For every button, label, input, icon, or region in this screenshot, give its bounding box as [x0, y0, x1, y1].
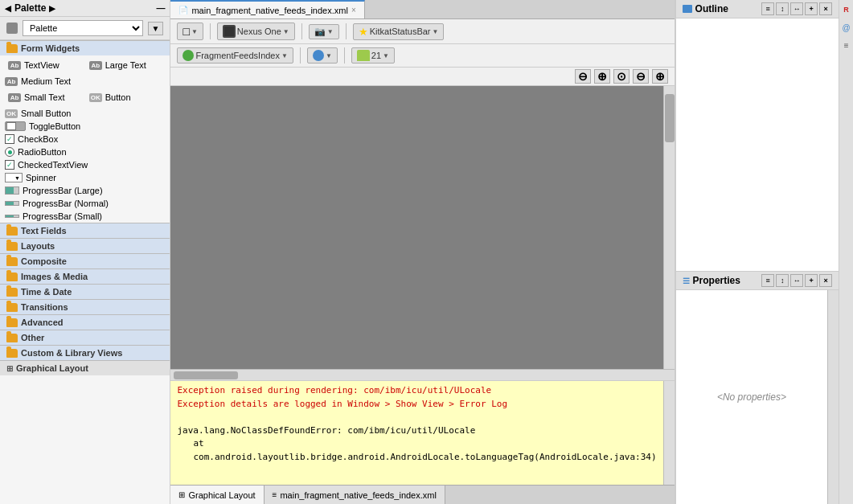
bottom-tab-graphical-layout[interactable]: ⊞ Graphical Layout [170, 486, 264, 504]
outline-ctrl-sort[interactable]: ↕ [776, 2, 789, 15]
props-ctrl-expand[interactable]: ↔ [790, 274, 803, 287]
widget-toggle-button[interactable]: ToggleButton [0, 120, 170, 133]
palette-menu-btn[interactable]: ▼ [148, 22, 164, 35]
widget-progress-bar-large[interactable]: ProgressBar (Large) [0, 184, 170, 197]
canvas-area[interactable] [170, 86, 662, 369]
section-label-time-date: Time & Date [21, 287, 72, 297]
folder-icon-advanced [6, 318, 18, 327]
widget-progress-bar-small[interactable]: ProgressBar (Small) [0, 210, 170, 223]
outline-ctrl-menu[interactable]: ≡ [761, 2, 774, 15]
widget-label-toggle-button: ToggleButton [29, 121, 80, 131]
fragment-label: FragmentFeedsIndex [195, 51, 280, 60]
outline-ctrl-close[interactable]: × [819, 2, 832, 15]
widget-medium-text[interactable]: Ab Medium Text [0, 75, 170, 88]
section-time-date[interactable]: Time & Date [0, 284, 170, 299]
editor-area: 📄 main_fragment_native_feeds_index.xml ×… [170, 0, 675, 504]
widget-checked-text-view[interactable]: ✓ CheckedTextView [0, 158, 170, 171]
new-layout-btn[interactable]: □ ▼ [177, 23, 203, 40]
error-content: Exception raised during rendering: com/i… [170, 381, 662, 485]
screenshot-dropdown-arrow[interactable]: ▼ [327, 28, 334, 35]
section-label-graphical-layout: Graphical Layout [16, 363, 88, 373]
new-layout-dropdown-arrow[interactable]: ▼ [191, 28, 198, 35]
props-ctrl-close[interactable]: × [819, 274, 832, 287]
widget-radio-button[interactable]: RadioButton [0, 145, 170, 158]
widget-textview[interactable]: Ab TextView [5, 59, 84, 72]
status-bar-btn[interactable]: ★ KitkatStatusBar ▼ [353, 23, 445, 40]
palette-close-icon[interactable]: — [156, 3, 165, 13]
section-other[interactable]: Other [0, 330, 170, 345]
zoom-in-slight-btn[interactable]: ⊕ [594, 69, 610, 84]
widget-label-progress-small: ProgressBar (Small) [23, 211, 102, 221]
folder-icon-other [6, 334, 18, 342]
editor-tab-main[interactable]: 📄 main_fragment_native_feeds_index.xml × [170, 0, 364, 18]
folder-icon-layouts [6, 242, 18, 251]
error-console: Exception raised during rendering: com/i… [170, 380, 674, 485]
outline-ctrl-add[interactable]: + [805, 2, 818, 15]
editor-tab-close[interactable]: × [351, 6, 356, 14]
properties-scroll[interactable] [827, 290, 839, 504]
canvas-scroll-horizontal[interactable] [170, 369, 674, 380]
api-dropdown-arrow[interactable]: ▼ [383, 52, 389, 59]
widget-small-button[interactable]: OK Small Button [0, 107, 170, 120]
widget-grid-row2: Ab Small Text OK Button [0, 88, 170, 107]
device-selector-btn[interactable]: Nexus One ▼ [217, 23, 295, 40]
section-composite[interactable]: Composite [0, 253, 170, 268]
widget-large-text[interactable]: Ab Large Text [86, 59, 166, 72]
section-label-images-media: Images & Media [21, 272, 88, 281]
device-dropdown-arrow[interactable]: ▼ [283, 28, 289, 35]
fragment-selector-btn[interactable]: FragmentFeedsIndex ▼ [177, 47, 293, 64]
section-form-widgets[interactable]: Form Widgets [0, 40, 170, 55]
section-images-media[interactable]: Images & Media [0, 268, 170, 284]
widget-label-radio-button: RadioButton [18, 147, 67, 157]
zoom-in2-btn[interactable]: ⊕ [652, 69, 668, 84]
palette-header: ◀ Palette ▶ — [0, 0, 170, 17]
no-properties-label: <No properties> [717, 391, 786, 403]
zoom-reset-btn[interactable]: ⊙ [613, 69, 629, 84]
right-icon-r[interactable]: R [840, 3, 853, 16]
section-transitions[interactable]: Transitions [0, 299, 170, 314]
section-custom-library[interactable]: Custom & Library Views [0, 345, 170, 360]
progress-icon-small [5, 215, 19, 218]
section-graphical-layout[interactable]: ⊞ Graphical Layout [0, 360, 170, 375]
zoom-out2-btn[interactable]: ⊖ [633, 69, 649, 84]
widget-label-checked-text: CheckedTextView [18, 160, 88, 170]
screenshot-btn[interactable]: 📷 ▼ [309, 24, 339, 39]
locale-dropdown-arrow[interactable]: ▼ [326, 52, 332, 59]
props-ctrl-menu[interactable]: ≡ [761, 274, 774, 287]
props-ctrl-sort[interactable]: ↕ [776, 274, 789, 287]
scroll-thumb-h[interactable] [174, 371, 238, 379]
api-btn[interactable]: 21 ▼ [351, 47, 395, 64]
progress-icon-large [5, 186, 19, 195]
outline-controls: ≡ ↕ ↔ + × [761, 2, 832, 15]
error-scroll[interactable] [663, 381, 675, 485]
canvas-scroll-vertical[interactable] [663, 86, 675, 369]
widget-small-text[interactable]: Ab Small Text [5, 91, 84, 104]
section-label-text-fields: Text Fields [21, 226, 67, 236]
ok-icon-button: OK [89, 93, 102, 102]
locale-btn[interactable]: ▼ [307, 47, 338, 64]
widget-button[interactable]: OK Button [86, 91, 166, 104]
outline-icon [683, 5, 692, 13]
properties-title: Properties [693, 275, 740, 286]
widget-checkbox[interactable]: ✓ CheckBox [0, 133, 170, 145]
fragment-dropdown-arrow[interactable]: ▼ [281, 52, 288, 59]
right-icon-at[interactable]: @ [840, 21, 853, 34]
status-bar-dropdown-arrow[interactable]: ▼ [433, 28, 439, 35]
palette-forward-arrow[interactable]: ▶ [49, 4, 55, 13]
bottom-tab-xml[interactable]: ≡ main_fragment_native_feeds_index.xml [265, 486, 445, 504]
palette-back-arrow[interactable]: ◀ [5, 4, 11, 13]
right-icon-list[interactable]: ≡ [840, 39, 853, 51]
folder-icon-time-date [6, 288, 18, 297]
error-line-2: Exception details are logged in Window >… [177, 398, 656, 412]
outline-ctrl-expand[interactable]: ↔ [790, 2, 803, 15]
ok-icon-small-button: OK [5, 109, 18, 118]
section-layouts[interactable]: Layouts [0, 238, 170, 253]
palette-dropdown[interactable]: Palette [23, 20, 143, 36]
section-advanced[interactable]: Advanced [0, 314, 170, 330]
widget-spinner[interactable]: ▼ Spinner [0, 171, 170, 184]
widget-progress-bar-normal[interactable]: ProgressBar (Normal) [0, 197, 170, 210]
props-ctrl-add[interactable]: + [805, 274, 818, 287]
scroll-thumb-v[interactable] [665, 94, 675, 142]
section-text-fields[interactable]: Text Fields [0, 223, 170, 238]
zoom-out-btn[interactable]: ⊖ [575, 69, 591, 84]
